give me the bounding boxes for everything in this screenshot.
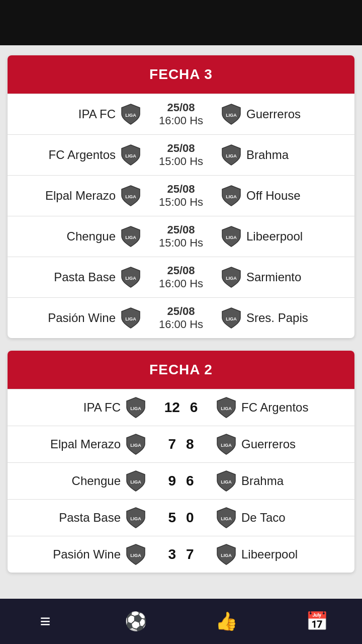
home-team-name: FC Argentos [49, 148, 116, 162]
score-home: 3 [168, 546, 176, 562]
svg-text:LIGA: LIGA [226, 194, 237, 199]
home-team-name: Elpal Merazo [50, 437, 121, 451]
away-team-name: Brahma [246, 148, 289, 162]
score-home: 12 [164, 399, 180, 416]
score-center: 5 0 [146, 510, 216, 526]
svg-text:LIGA: LIGA [221, 406, 232, 411]
home-team-name: IPA FC [83, 400, 121, 415]
nav-item-standings-icon[interactable]: ≡ [25, 601, 65, 641]
team-home: Elpal Merazo LIGA [18, 433, 146, 455]
match-date: 25/08 [167, 223, 195, 236]
home-team-name: Pasta Base [59, 511, 121, 525]
svg-text:LIGA: LIGA [221, 443, 232, 448]
team-home: Pasta Base LIGA [18, 507, 146, 529]
team-home: IPA FC LIGA [18, 103, 141, 125]
svg-text:LIGA: LIGA [226, 113, 237, 118]
svg-text:LIGA: LIGA [130, 406, 141, 411]
home-team-name: Chengue [67, 229, 116, 244]
match-time-center: 25/08 15:00 Hs [141, 183, 221, 209]
svg-text:LIGA: LIGA [130, 553, 141, 558]
section-header-fecha2: FECHA 2 [8, 351, 354, 389]
svg-text:LIGA: LIGA [125, 153, 136, 158]
home-team-name: Elpal Merazo [45, 189, 116, 203]
away-team-name: Sarmiento [246, 270, 301, 284]
section-fecha2: FECHA 2 IPA FC LIGA 12 6 LIGA FC Argento… [8, 351, 354, 573]
match-date: 25/08 [167, 183, 195, 196]
score-away: 7 [186, 546, 194, 562]
home-team-name: IPA FC [78, 107, 116, 121]
ball-icon: ⚽ [125, 611, 147, 632]
match-row[interactable]: Pasión Wine LIGA 25/08 16:00 Hs LIGA Sre… [8, 297, 354, 338]
match-row[interactable]: Pasta Base LIGA 5 0 LIGA De Taco [8, 499, 354, 536]
match-time-center: 25/08 15:00 Hs [141, 223, 221, 250]
match-row[interactable]: Elpal Merazo LIGA 25/08 15:00 Hs LIGA Of… [8, 175, 354, 216]
nav-item-like-icon[interactable]: 👍 [206, 601, 246, 641]
team-home: FC Argentos LIGA [18, 144, 141, 166]
match-row[interactable]: Pasta Base LIGA 25/08 16:00 Hs LIGA Sarm… [8, 257, 354, 297]
score-away: 0 [186, 510, 194, 526]
team-home: Pasión Wine LIGA [18, 543, 146, 566]
match-row[interactable]: Elpal Merazo LIGA 7 8 LIGA Guerreros [8, 426, 354, 462]
team-home: Pasta Base LIGA [18, 266, 141, 288]
svg-text:LIGA: LIGA [125, 316, 136, 321]
svg-text:LIGA: LIGA [226, 153, 237, 158]
team-away: LIGA Brahma [216, 470, 344, 492]
match-time: 16:00 Hs [159, 114, 203, 127]
svg-text:LIGA: LIGA [125, 113, 136, 118]
team-away: LIGA Guerreros [216, 433, 344, 455]
match-row[interactable]: FC Argentos LIGA 25/08 15:00 Hs LIGA Bra… [8, 134, 354, 175]
match-date: 25/08 [167, 101, 195, 114]
section-header-fecha3: FECHA 3 [8, 55, 354, 94]
away-team-name: Sres. Papis [246, 311, 308, 325]
away-team-name: Brahma [241, 474, 284, 488]
team-home: IPA FC LIGA [18, 396, 146, 419]
match-row[interactable]: Pasión Wine LIGA 3 7 LIGA Libeerpool [8, 536, 354, 573]
match-time-center: 25/08 16:00 Hs [141, 264, 221, 290]
team-away: LIGA FC Argentos [216, 396, 344, 419]
match-row[interactable]: Chengue LIGA 25/08 15:00 Hs LIGA Libeerp… [8, 216, 354, 257]
match-date: 25/08 [167, 305, 195, 318]
match-time: 15:00 Hs [159, 196, 203, 209]
score-away: 6 [190, 399, 198, 416]
match-time: 15:00 Hs [159, 155, 203, 168]
home-team-name: Pasta Base [54, 270, 116, 284]
away-team-name: Libeerpool [241, 547, 298, 561]
team-away: LIGA De Taco [216, 507, 344, 529]
match-row[interactable]: IPA FC LIGA 12 6 LIGA FC Argentos [8, 389, 354, 426]
match-row[interactable]: IPA FC LIGA 25/08 16:00 Hs LIGA Guerrero… [8, 94, 354, 134]
team-home: Pasión Wine LIGA [18, 307, 141, 329]
svg-text:LIGA: LIGA [130, 443, 141, 448]
home-team-name: Pasión Wine [48, 311, 116, 325]
match-date: 25/08 [167, 142, 195, 155]
score-home: 7 [168, 436, 176, 452]
team-away: LIGA Libeerpool [221, 225, 344, 248]
away-team-name: Guerreros [246, 107, 301, 121]
team-away: LIGA Guerreros [221, 103, 344, 125]
team-away: LIGA Sarmiento [221, 266, 344, 288]
nav-item-calendar-icon[interactable]: 📅 [297, 601, 337, 641]
nav-item-ball-icon[interactable]: ⚽ [116, 601, 156, 641]
score-home: 9 [168, 473, 176, 489]
score-center: 9 6 [146, 473, 216, 489]
score-away: 8 [186, 436, 194, 452]
score-center: 3 7 [146, 546, 216, 562]
svg-text:LIGA: LIGA [130, 516, 141, 521]
svg-text:LIGA: LIGA [125, 194, 136, 199]
match-time-center: 25/08 16:00 Hs [141, 305, 221, 331]
svg-text:LIGA: LIGA [226, 276, 237, 281]
team-away: LIGA Libeerpool [216, 543, 344, 566]
match-date: 25/08 [167, 264, 195, 277]
away-team-name: Libeerpool [246, 229, 303, 244]
app-header [0, 0, 362, 45]
standings-icon: ≡ [40, 611, 50, 632]
score-away: 6 [186, 473, 194, 489]
team-away: LIGA Sres. Papis [221, 307, 344, 329]
away-team-name: Off House [246, 189, 301, 203]
match-time: 16:00 Hs [159, 318, 203, 331]
bottom-nav: ≡⚽👍📅 [0, 599, 362, 644]
match-row[interactable]: Chengue LIGA 9 6 LIGA Brahma [8, 462, 354, 499]
section-fecha3: FECHA 3 IPA FC LIGA 25/08 16:00 Hs LIGA … [8, 55, 354, 338]
svg-text:LIGA: LIGA [226, 316, 237, 321]
svg-text:LIGA: LIGA [125, 276, 136, 281]
svg-text:LIGA: LIGA [226, 235, 237, 240]
